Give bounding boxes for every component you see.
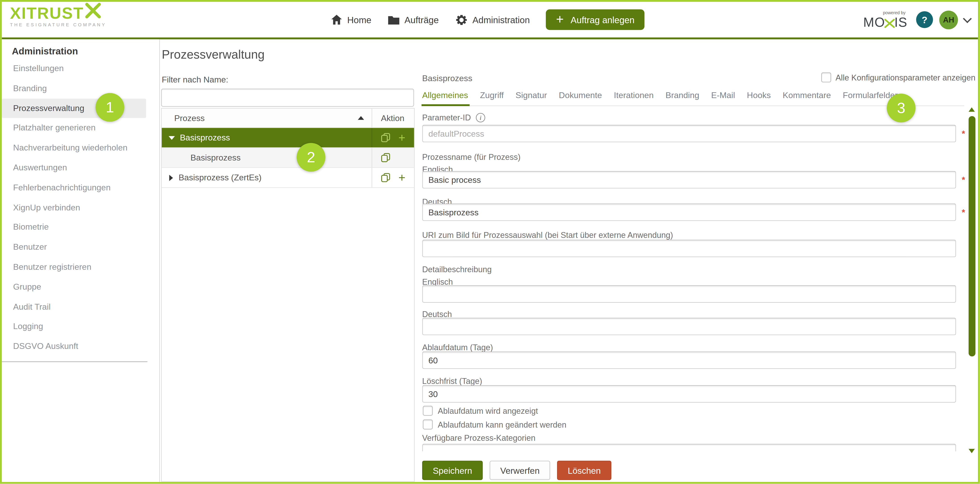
uri-input[interactable] bbox=[422, 240, 956, 257]
nav-label: Administration bbox=[473, 15, 530, 25]
help-icon[interactable]: ? bbox=[916, 11, 933, 28]
xitrust-logo[interactable]: XITRUST THE ESIGNATURE COMPANY bbox=[10, 5, 107, 27]
ablaufdatum-aenderbar-checkbox[interactable]: Ablaufdatum kann geändert werden bbox=[423, 420, 566, 430]
sidebar-item-gruppe[interactable]: Gruppe bbox=[2, 277, 159, 297]
nav-item-home[interactable]: Home bbox=[331, 14, 371, 25]
add-subprocess-icon[interactable]: + bbox=[398, 132, 405, 144]
discard-button[interactable]: Verwerfen bbox=[490, 460, 550, 480]
process-name: Basisprozess (ZertEs) bbox=[179, 173, 262, 182]
page-title: Prozessverwaltung bbox=[162, 48, 415, 62]
header-right-cluster: powered by MO IS ? AH bbox=[863, 2, 970, 38]
info-icon[interactable]: i bbox=[476, 113, 485, 122]
allgemeines-form: Parameter-ID i * Prozessname (für Prozes… bbox=[422, 107, 970, 451]
sidebar-list: Einstellungen Branding Prozessverwaltung… bbox=[2, 59, 159, 356]
tab-allgemeines[interactable]: Allgemeines bbox=[422, 90, 468, 100]
table-row-basisprozess-child[interactable]: Basisprozess bbox=[162, 148, 414, 168]
process-table: Prozess Aktion Basisprozess bbox=[161, 108, 415, 482]
sidebar-item-benutzer[interactable]: Benutzer bbox=[2, 237, 159, 257]
caret-right-icon[interactable] bbox=[169, 175, 173, 181]
copy-icon[interactable] bbox=[381, 133, 390, 142]
sidebar-item-xignup-verbinden[interactable]: XignUp verbinden bbox=[2, 198, 159, 217]
delete-button[interactable]: Löschen bbox=[557, 460, 611, 480]
table-header-row: Prozess Aktion bbox=[162, 109, 414, 128]
copy-icon[interactable] bbox=[381, 153, 390, 162]
checkbox-icon[interactable] bbox=[423, 420, 433, 430]
tab-zugriff[interactable]: Zugriff bbox=[480, 90, 504, 100]
tab-branding[interactable]: Branding bbox=[665, 90, 699, 100]
sidebar-item-prozessverwaltung[interactable]: Prozessverwaltung bbox=[2, 98, 146, 118]
checkbox-icon[interactable] bbox=[423, 406, 433, 416]
moxis-x-icon bbox=[884, 17, 895, 30]
scrollbar-thumb[interactable] bbox=[969, 116, 975, 357]
tab-hooks[interactable]: Hooks bbox=[747, 90, 771, 100]
process-name: Basisprozess bbox=[180, 133, 230, 142]
sidebar-item-audit-trail[interactable]: Audit Trail bbox=[2, 297, 159, 317]
ablaufdatum-label: Ablaufdatum (Tage) bbox=[422, 343, 493, 352]
sidebar-item-biometrie[interactable]: Biometrie bbox=[2, 217, 159, 237]
sidebar-item-auswertungen[interactable]: Auswertungen bbox=[2, 158, 159, 178]
detail-de-input[interactable] bbox=[422, 318, 956, 335]
checkbox-icon[interactable] bbox=[821, 73, 831, 83]
table-row-basisprozess[interactable]: Basisprozess + bbox=[162, 128, 414, 148]
column-header-prozess[interactable]: Prozess bbox=[162, 109, 372, 127]
tab-formularfelder[interactable]: Formularfelder bbox=[843, 90, 898, 100]
sidebar-item-benutzer-registrieren[interactable]: Benutzer registrieren bbox=[2, 257, 159, 277]
moxis-prefix: MO bbox=[863, 16, 885, 29]
create-auftrag-label: Auftrag anlegen bbox=[571, 15, 635, 25]
main-nav: Home Aufträge Administration bbox=[331, 2, 644, 38]
gear-icon bbox=[455, 13, 468, 26]
tab-signatur[interactable]: Signatur bbox=[515, 90, 547, 100]
kategorien-label: Verfügbare Prozess-Kategorien bbox=[422, 433, 536, 443]
xitrust-x-icon bbox=[85, 2, 101, 21]
table-row-basisprozess-zertes[interactable]: Basisprozess (ZertEs) + bbox=[162, 168, 414, 188]
copy-icon[interactable] bbox=[381, 173, 390, 182]
prozessname-label: Prozessname (für Prozess) bbox=[422, 152, 520, 162]
uri-label: URI zum Bild für Prozessauswahl (bei Sta… bbox=[422, 230, 673, 240]
tab-email[interactable]: E-Mail bbox=[711, 90, 735, 100]
step-badge-2: 2 bbox=[297, 143, 325, 172]
form-scrollbar[interactable] bbox=[968, 104, 976, 453]
sidebar-item-platzhalter-generieren[interactable]: Platzhalter generieren bbox=[2, 118, 159, 138]
prozessname-de-input[interactable] bbox=[422, 203, 956, 221]
sidebar-item-nachverarbeitung-wiederholen[interactable]: Nachverarbeitung wiederholen bbox=[2, 138, 159, 158]
nav-item-administration[interactable]: Administration bbox=[455, 13, 530, 26]
tab-dokumente[interactable]: Dokumente bbox=[559, 90, 602, 100]
parameter-id-label: Parameter-ID i bbox=[422, 113, 485, 122]
sidebar-item-einstellungen[interactable]: Einstellungen bbox=[2, 59, 159, 78]
folder-icon bbox=[388, 15, 399, 25]
tab-iterationen[interactable]: Iterationen bbox=[614, 90, 654, 100]
scroll-down-icon[interactable] bbox=[969, 449, 975, 453]
step-badge-3: 3 bbox=[887, 94, 916, 122]
ablaufdatum-input[interactable] bbox=[422, 351, 956, 369]
kategorien-select[interactable] bbox=[422, 444, 956, 451]
nav-item-auftraege[interactable]: Aufträge bbox=[388, 15, 439, 25]
step-badge-1: 1 bbox=[95, 93, 124, 122]
scroll-up-icon[interactable] bbox=[969, 108, 975, 112]
process-list-panel: Prozessverwaltung Filter nach Name: Proz… bbox=[159, 39, 415, 482]
plus-icon: + bbox=[556, 13, 563, 25]
save-button[interactable]: Speichern bbox=[422, 460, 483, 480]
sidebar-item-logging[interactable]: Logging bbox=[2, 317, 159, 336]
sidebar-item-branding[interactable]: Branding bbox=[2, 78, 159, 98]
loeschfrist-label: Löschfrist (Tage) bbox=[422, 376, 482, 386]
sidebar-item-dsgvo-auskunft[interactable]: DSGVO Auskunft bbox=[2, 336, 159, 357]
create-auftrag-button[interactable]: + Auftrag anlegen bbox=[546, 10, 644, 30]
avatar[interactable]: AH bbox=[939, 10, 958, 29]
prozessname-en-input[interactable] bbox=[422, 171, 956, 188]
tab-kommentare[interactable]: Kommentare bbox=[783, 90, 831, 100]
nav-label: Aufträge bbox=[404, 15, 439, 25]
filter-input[interactable] bbox=[161, 89, 414, 107]
caret-down-icon[interactable] bbox=[169, 136, 175, 140]
show-all-config-toggle[interactable]: Alle Konfigurationsparameter anzeigen bbox=[821, 73, 975, 83]
loeschfrist-input[interactable] bbox=[422, 385, 956, 403]
process-name: Basisprozess bbox=[162, 153, 241, 162]
home-icon bbox=[331, 14, 342, 25]
moxis-logo: powered by MO IS bbox=[863, 11, 907, 29]
add-subprocess-icon[interactable]: + bbox=[398, 172, 405, 184]
ablaufdatum-angezeigt-checkbox[interactable]: Ablaufdatum wird angezeigt bbox=[423, 406, 538, 416]
sort-asc-icon bbox=[358, 116, 364, 120]
sidebar-item-fehlerbenachrichtigungen[interactable]: Fehlerbenachrichtigungen bbox=[2, 178, 159, 198]
chevron-down-icon[interactable] bbox=[963, 14, 972, 23]
detail-en-input[interactable] bbox=[422, 286, 956, 303]
detailbeschreibung-label: Detailbeschreibung bbox=[422, 265, 492, 274]
